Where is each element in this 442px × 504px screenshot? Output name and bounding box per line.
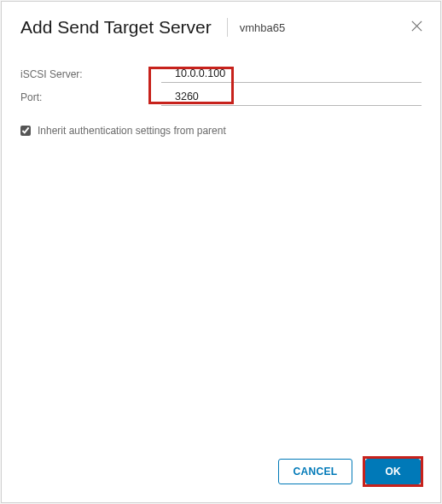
dialog-body: iSCSI Server: Port: Inherit authenticati… xyxy=(2,50,440,446)
port-label: Port: xyxy=(20,91,161,103)
ok-button[interactable]: OK xyxy=(365,459,421,484)
add-send-target-dialog: Add Send Target Server vmhba65 iSCSI Ser… xyxy=(1,1,441,503)
dialog-footer: CANCEL OK xyxy=(2,446,440,502)
ok-button-wrap: OK xyxy=(363,456,423,487)
dialog-title: Add Send Target Server xyxy=(20,17,212,38)
iscsi-server-input-wrap xyxy=(161,65,422,83)
inherit-auth-row: Inherit authentication settings from par… xyxy=(20,125,422,137)
close-button[interactable] xyxy=(408,17,425,34)
dialog-subtitle: vmhba65 xyxy=(240,21,285,34)
iscsi-server-input[interactable] xyxy=(161,65,422,83)
cancel-button[interactable]: CANCEL xyxy=(278,459,353,484)
port-row: Port: xyxy=(20,88,422,106)
inherit-auth-checkbox[interactable] xyxy=(20,126,31,136)
close-icon xyxy=(410,20,423,32)
iscsi-server-row: iSCSI Server: xyxy=(20,65,422,83)
dialog-header: Add Send Target Server vmhba65 xyxy=(2,2,440,50)
title-divider xyxy=(227,18,228,37)
port-input[interactable] xyxy=(161,88,422,106)
iscsi-server-label: iSCSI Server: xyxy=(20,68,161,80)
port-input-wrap xyxy=(161,88,422,106)
inherit-auth-label[interactable]: Inherit authentication settings from par… xyxy=(38,125,226,137)
